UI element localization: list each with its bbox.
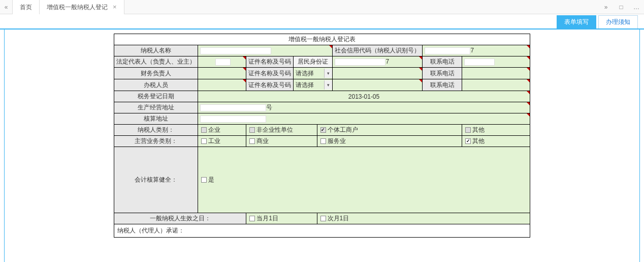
redacted-text — [425, 47, 470, 54]
chk-non-enterprise[interactable]: 非企业性单位 — [246, 125, 317, 136]
chk-next-month[interactable]: 次月1日 — [317, 213, 530, 224]
label-taxpayer-name: 纳税人名称 — [114, 45, 198, 56]
chk-service[interactable]: 服务业 — [317, 136, 462, 147]
cell-credit-code: 7 — [423, 45, 530, 56]
input-handler[interactable] — [198, 79, 246, 91]
label-tax-reg-date: 税务登记日期 — [114, 91, 198, 102]
redacted-text — [335, 59, 385, 66]
redacted-text — [215, 59, 231, 66]
input-finance-head[interactable] — [198, 68, 246, 79]
label-legal-rep: 法定代表人（负责人、业主） — [114, 56, 198, 68]
checkbox-icon — [249, 138, 255, 144]
tab-label: 首页 — [20, 0, 32, 14]
chevron-down-icon: ▾ — [324, 69, 332, 78]
nav-next-icon[interactable]: » — [598, 0, 614, 14]
nav-prev-icon[interactable]: « — [0, 0, 12, 14]
cell-phone-1 — [462, 56, 530, 68]
chk-this-month[interactable]: 当月1日 — [246, 213, 317, 224]
checkbox-icon — [249, 127, 255, 133]
label-phone-2: 联系电话 — [423, 68, 462, 79]
checkbox-icon — [249, 216, 255, 221]
label-main-biz-type: 主营业务类别： — [114, 136, 198, 147]
label-cert-1: 证件名称及号码 — [246, 56, 294, 68]
redacted-text — [464, 59, 495, 66]
label-cert-2: 证件名称及号码 — [246, 68, 294, 79]
sub-tabs: 表单填写 办理须知 — [0, 14, 644, 30]
more-icon[interactable]: … — [629, 0, 644, 14]
cell-biz-address: 号 — [198, 102, 530, 113]
checkbox-icon — [320, 127, 326, 133]
maximize-icon[interactable]: □ — [614, 0, 629, 14]
label-acct-address: 核算地址 — [114, 113, 198, 125]
label-handler: 办税人员 — [114, 79, 198, 91]
cell-legal-rep — [198, 56, 246, 68]
chk-industry[interactable]: 工业 — [198, 136, 246, 147]
input-cert-no-3[interactable] — [333, 79, 423, 91]
checkbox-icon — [465, 138, 471, 144]
top-bar: « 首页 增值税一般纳税人登记 × » □ … — [0, 0, 644, 14]
tab-label: 增值税一般纳税人登记 — [47, 0, 108, 14]
checkbox-icon — [201, 177, 207, 183]
label-acct-sound: 会计核算健全： — [114, 147, 198, 213]
redacted-text — [200, 47, 271, 54]
chk-individual[interactable]: 个体工商户 — [317, 125, 462, 136]
label-credit-code: 社会信用代码（纳税人识别号） — [333, 45, 423, 56]
label-cert-3: 证件名称及号码 — [246, 79, 294, 91]
input-phone-3[interactable] — [462, 79, 530, 91]
label-finance-head: 财务负责人 — [114, 68, 198, 79]
checkbox-icon — [320, 216, 326, 221]
cell-acct-address — [198, 113, 530, 125]
chk-acct-sound-yes[interactable]: 是 — [198, 147, 530, 213]
checkbox-icon — [465, 127, 471, 133]
label-phone-1: 联系电话 — [423, 56, 462, 68]
redacted-text — [200, 104, 266, 111]
input-cert-no-2[interactable] — [333, 68, 423, 79]
chevron-down-icon: ▾ — [324, 80, 332, 90]
chk-other-type[interactable]: 其他 — [462, 125, 530, 136]
checkbox-icon — [320, 138, 326, 144]
select-cert-type-2[interactable]: 请选择▾ — [294, 68, 333, 79]
cell-tax-reg-date: 2013-01-05 — [198, 91, 530, 102]
label-promise: 纳税人（代理人）承诺： — [114, 224, 530, 238]
close-icon[interactable]: × — [113, 0, 117, 14]
input-phone-2[interactable] — [462, 68, 530, 79]
finance-head-input[interactable] — [200, 69, 244, 78]
subtab-form-fill[interactable]: 表单填写 — [557, 15, 596, 28]
cell-resident-id-type: 居民身份证 — [294, 56, 333, 68]
checkbox-icon — [201, 127, 207, 133]
label-phone-3: 联系电话 — [423, 79, 462, 91]
label-taxpayer-type: 纳税人类别： — [114, 125, 198, 136]
cell-resident-id-no: 7 — [333, 56, 423, 68]
label-effective-date: 一般纳税人生效之日： — [114, 213, 246, 224]
subtab-instructions[interactable]: 办理须知 — [598, 15, 638, 28]
chk-enterprise[interactable]: 企业 — [198, 125, 246, 136]
tab-home[interactable]: 首页 — [12, 0, 40, 14]
label-biz-address: 生产经营地址 — [114, 102, 198, 113]
select-cert-type-3[interactable]: 请选择▾ — [294, 79, 333, 91]
checkbox-icon — [201, 138, 207, 144]
chk-commerce[interactable]: 商业 — [246, 136, 317, 147]
redacted-text — [200, 115, 266, 123]
form-content-scroll[interactable]: 增值税一般纳税人登记表 纳税人名称 社会信用代码（纳税人识别号） 7 法定代表人… — [4, 30, 640, 262]
chk-other-biz[interactable]: 其他 — [462, 136, 530, 147]
tab-registration[interactable]: 增值税一般纳税人登记 × — [40, 0, 124, 14]
cell-taxpayer-name — [198, 45, 333, 56]
form-title: 增值税一般纳税人登记表 — [114, 34, 530, 45]
registration-form-table: 增值税一般纳税人登记表 纳税人名称 社会信用代码（纳税人识别号） 7 法定代表人… — [114, 34, 530, 238]
